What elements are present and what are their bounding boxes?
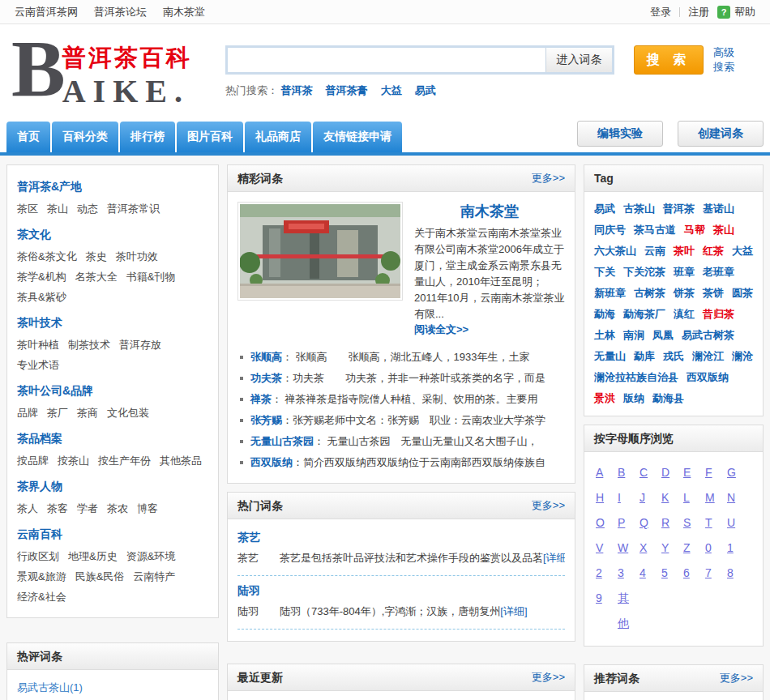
tag-link[interactable]: 六大茶山	[594, 244, 636, 258]
category-link[interactable]: 文化包装	[107, 406, 149, 420]
tag-link[interactable]: 老班章	[703, 265, 734, 280]
alphabet-letter-link[interactable]: 其他	[618, 586, 640, 636]
nav-tab[interactable]: 图片百科	[177, 122, 243, 152]
nav-tab[interactable]: 排行榜	[120, 122, 175, 152]
featured-term-link[interactable]: 张芳赐	[250, 410, 282, 431]
tag-link[interactable]: 下关沱茶	[623, 265, 665, 280]
category-link[interactable]: 行政区划	[17, 549, 59, 564]
tag-link[interactable]: 圆茶	[732, 286, 753, 301]
tag-link[interactable]: 大益	[732, 244, 753, 258]
category-link[interactable]: 地理&历史	[68, 549, 118, 564]
category-link[interactable]: 经济&社会	[17, 590, 66, 604]
tag-link[interactable]: 新班章	[594, 286, 626, 301]
featured-more-link[interactable]: 更多>>	[532, 165, 565, 191]
category-link[interactable]: 茶史	[86, 250, 107, 264]
alphabet-letter-link[interactable]: T	[705, 510, 727, 536]
category-link[interactable]: 按生产年份	[98, 454, 151, 468]
tag-link[interactable]: 勐海茶厂	[623, 307, 665, 322]
tag-link[interactable]: 勐海	[594, 307, 615, 322]
alphabet-letter-link[interactable]: 2	[596, 561, 618, 586]
category-link[interactable]: 茶农	[107, 502, 128, 516]
advanced-search-link[interactable]: 高级 搜索	[713, 45, 734, 75]
tag-link[interactable]: 云南	[644, 244, 665, 258]
featured-term-link[interactable]: 无量山古茶园	[250, 431, 314, 452]
tag-link[interactable]: 红茶	[703, 244, 724, 258]
tag-link[interactable]: 澜沧江	[692, 349, 724, 364]
alphabet-letter-link[interactable]: V	[596, 536, 618, 561]
alphabet-letter-link[interactable]: L	[683, 485, 705, 510]
nav-tab[interactable]: 百科分类	[52, 122, 118, 152]
alphabet-letter-link[interactable]: 4	[640, 561, 661, 586]
category-link[interactable]: 茶叶功效	[116, 250, 158, 264]
tag-link[interactable]: 古茶山	[623, 202, 655, 216]
login-link[interactable]: 登录	[650, 5, 671, 19]
category-link[interactable]: 云南特产	[133, 570, 175, 584]
hot-term-title[interactable]: 陆羽	[237, 584, 565, 599]
alphabet-letter-link[interactable]: Y	[661, 536, 683, 561]
tag-link[interactable]: 茶山	[713, 223, 734, 237]
alphabet-letter-link[interactable]: W	[618, 536, 640, 561]
help-link[interactable]: 帮助	[734, 5, 755, 19]
tag-link[interactable]: 昔归茶	[703, 307, 734, 322]
featured-term-link[interactable]: 功夫茶	[250, 368, 282, 389]
tag-link[interactable]: 景洪	[594, 391, 615, 406]
category-link[interactable]: 茶客	[47, 502, 68, 516]
tag-link[interactable]: 凤凰	[652, 328, 674, 343]
tag-link[interactable]: 班章	[674, 265, 695, 280]
category-link[interactable]: 按茶山	[58, 454, 89, 468]
tag-link[interactable]: 土林	[594, 328, 615, 343]
tag-link[interactable]: 易武	[594, 202, 615, 216]
category-link[interactable]: 其他茶品	[160, 454, 202, 468]
alphabet-letter-link[interactable]: 7	[705, 561, 727, 586]
register-link[interactable]: 注册	[688, 5, 709, 19]
alphabet-letter-link[interactable]: P	[618, 510, 640, 536]
hot-comment-link[interactable]: 易武古茶山(1)	[17, 678, 208, 697]
hot-term-title[interactable]: 茶艺	[237, 531, 565, 545]
tag-link[interactable]: 无量山	[594, 349, 626, 364]
category-link[interactable]: 普洱茶常识	[107, 202, 160, 216]
tag-link[interactable]: 马帮	[684, 223, 705, 237]
category-link[interactable]: 名茶大全	[75, 270, 118, 284]
nav-tab[interactable]: 首页	[6, 122, 50, 152]
category-title[interactable]: 茶品档案	[17, 432, 208, 446]
advanced-line2[interactable]: 搜索	[713, 60, 734, 75]
read-more-link[interactable]: 阅读全文>>	[414, 323, 468, 335]
tag-link[interactable]: 古树茶	[634, 286, 665, 301]
category-title[interactable]: 茶叶公司&品牌	[17, 384, 208, 399]
category-link[interactable]: 景观&旅游	[17, 570, 66, 584]
alphabet-letter-link[interactable]: X	[640, 536, 661, 561]
tag-link[interactable]: 茶叶	[674, 244, 695, 258]
category-link[interactable]: 茶人	[17, 502, 38, 516]
featured-image[interactable]	[237, 202, 403, 301]
nav-tab[interactable]: 友情链接申请	[313, 122, 402, 152]
alphabet-letter-link[interactable]: O	[596, 510, 618, 536]
featured-term-link[interactable]: 西双版纳	[250, 452, 293, 473]
nav-action-button[interactable]: 创建词条	[678, 121, 764, 147]
hot-search-link[interactable]: 普洱茶膏	[326, 84, 368, 96]
alphabet-letter-link[interactable]: J	[640, 485, 661, 510]
category-link[interactable]: 茶区	[17, 202, 38, 216]
featured-entry-title[interactable]: 南木茶堂	[414, 202, 565, 221]
tag-link[interactable]: 西双版纳	[687, 370, 729, 385]
category-title[interactable]: 普洱茶&产地	[17, 180, 208, 194]
tag-link[interactable]: 基诺山	[703, 202, 734, 216]
nav-tab[interactable]: 礼品商店	[245, 122, 311, 152]
tag-link[interactable]: 滇红	[674, 307, 695, 322]
tag-link[interactable]: 澜沧	[732, 349, 753, 364]
category-link[interactable]: 普洱存放	[119, 338, 161, 352]
alphabet-letter-link[interactable]: N	[727, 485, 749, 510]
category-link[interactable]: 茶具&紫砂	[17, 290, 66, 305]
detail-link[interactable]: [详细]	[500, 605, 527, 617]
category-link[interactable]: 资源&环境	[126, 549, 176, 564]
recommended-more-link[interactable]: 更多>>	[720, 665, 753, 691]
category-link[interactable]: 书籍&刊物	[126, 270, 176, 284]
hot-terms-more-link[interactable]: 更多>>	[532, 493, 565, 519]
enter-term-button[interactable]: 进入词条	[545, 48, 612, 72]
tag-link[interactable]: 茶饼	[703, 286, 724, 301]
category-link[interactable]: 博客	[137, 502, 158, 516]
topbar-link[interactable]: 普洱茶论坛	[94, 6, 147, 18]
category-title[interactable]: 茶叶技术	[17, 316, 208, 331]
category-title[interactable]: 茶界人物	[17, 480, 208, 494]
alphabet-letter-link[interactable]: R	[661, 510, 683, 536]
tag-link[interactable]: 下关	[594, 265, 615, 280]
